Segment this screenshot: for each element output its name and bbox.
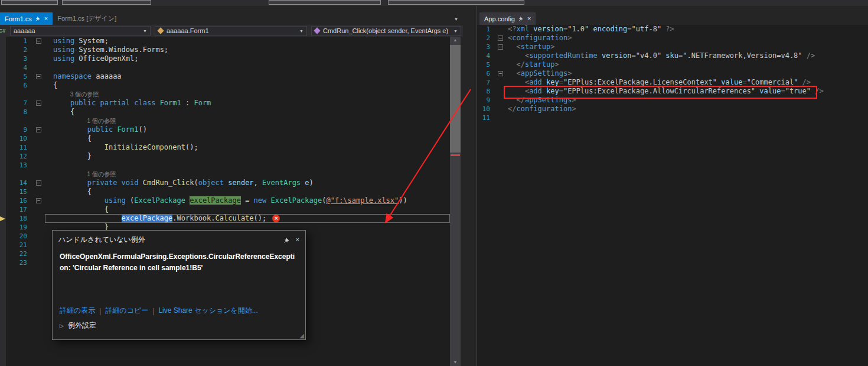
code-line[interactable]: 3− <startup>	[477, 43, 868, 51]
fold-collapse-icon[interactable]: −	[498, 71, 503, 76]
code-line[interactable]: 5 </startup>	[477, 60, 868, 69]
fold-collapse-icon[interactable]: −	[36, 74, 41, 79]
code-line[interactable]: 17 {	[6, 205, 450, 214]
code-line[interactable]: 9 </appSettings>	[477, 96, 868, 105]
pin-icon[interactable]	[518, 16, 524, 21]
code-line[interactable]: 11 InitializeComponent();	[6, 143, 450, 152]
code-line[interactable]: 4	[6, 63, 450, 72]
pane-splitter[interactable]	[461, 6, 477, 366]
code-text[interactable]: <supportedRuntime version="v4.0" sku=".N…	[505, 51, 868, 60]
code-line[interactable]: 8 {	[6, 108, 450, 116]
code-line[interactable]: 11	[477, 114, 868, 122]
code-text[interactable]: public partial class Form1 : Form	[45, 99, 450, 108]
tab-appconfig[interactable]: App.config ×	[479, 12, 536, 25]
code-line[interactable]: 8 <add key="EPPlus:ExcelPackage.AllowCir…	[477, 87, 868, 96]
code-text[interactable]: {	[45, 81, 450, 90]
code-text[interactable]: 1 個の参照	[45, 170, 450, 179]
code-text[interactable]: using System;	[45, 37, 450, 46]
exception-error-icon[interactable]: ×	[272, 215, 280, 222]
codelens-references[interactable]: 1 個の参照	[53, 116, 116, 125]
fold-toggle[interactable]: −	[495, 69, 505, 78]
fold-toggle[interactable]: −	[33, 196, 45, 205]
member-dropdown[interactable]: CmdRun_Click(object sender, EventArgs e)…	[311, 26, 461, 36]
fold-toggle[interactable]: −	[495, 43, 505, 51]
tab-form1cs-designer[interactable]: Form1.cs [デザイン]	[53, 12, 121, 25]
code-line[interactable]: 7− public partial class Form1 : Form	[6, 99, 450, 108]
code-line[interactable]: 6− <appSettings>	[477, 69, 868, 78]
code-line[interactable]: 2using System.Windows.Forms;	[6, 46, 450, 54]
codelens-row[interactable]: 1 個の参照	[6, 116, 450, 125]
code-text[interactable]: public Form1()	[45, 125, 450, 134]
project-dropdown[interactable]: aaaaaa ▼	[10, 26, 151, 36]
code-line[interactable]: 12 }	[6, 152, 450, 161]
code-text[interactable]: <startup>	[505, 43, 868, 51]
code-line[interactable]: 7 <add key="EPPlus:ExcelPackage.LicenseC…	[477, 78, 868, 87]
fold-collapse-icon[interactable]: −	[36, 127, 41, 132]
fold-toggle[interactable]: −	[33, 99, 45, 108]
code-line[interactable]: 9− public Form1()	[6, 125, 450, 134]
fold-collapse-icon[interactable]: −	[36, 101, 41, 106]
code-text[interactable]: excelPackage.Workbook.Calculate();×	[45, 214, 450, 223]
code-text[interactable]: <configuration>	[505, 34, 868, 43]
code-line[interactable]: 10 {	[6, 134, 450, 143]
code-line[interactable]: 16− using (ExcelPackage excelPackage = n…	[6, 196, 450, 205]
close-icon[interactable]: ×	[527, 15, 531, 22]
fold-collapse-icon[interactable]: −	[36, 180, 41, 186]
code-text[interactable]: </configuration>	[505, 105, 868, 114]
code-line[interactable]: 3using OfficeOpenXml;	[6, 54, 450, 63]
left-editor-scrollbar[interactable]: ▲ ▼	[450, 37, 461, 366]
code-text[interactable]: namespace aaaaaa	[45, 72, 450, 81]
fold-collapse-icon[interactable]: −	[36, 38, 41, 44]
fold-collapse-icon[interactable]: −	[498, 44, 503, 50]
code-text[interactable]: </startup>	[505, 60, 868, 69]
code-text[interactable]: using System.Windows.Forms;	[45, 46, 450, 54]
exception-settings-expander[interactable]: ▷ 例外設定	[60, 320, 96, 331]
fold-toggle[interactable]: −	[33, 37, 45, 46]
code-line[interactable]: 18 excelPackage.Workbook.Calculate();×	[6, 214, 450, 223]
code-text[interactable]: using OfficeOpenXml;	[45, 54, 450, 63]
code-text[interactable]: }	[45, 152, 450, 161]
pin-icon[interactable]	[35, 16, 41, 21]
code-line[interactable]: 10</configuration>	[477, 105, 868, 114]
code-line[interactable]: 14− private void CmdRun_Click(object sen…	[6, 179, 450, 187]
fold-collapse-icon[interactable]: −	[498, 35, 503, 41]
code-text[interactable]: {	[45, 108, 450, 116]
code-line[interactable]: 13	[6, 161, 450, 170]
code-text[interactable]: <add key="EPPlus:ExcelPackage.LicenseCon…	[505, 78, 868, 87]
scrollbar-thumb[interactable]	[450, 45, 461, 153]
code-text[interactable]: 1 個の参照	[45, 116, 450, 125]
code-text[interactable]: {	[45, 205, 450, 214]
scroll-up-icon[interactable]: ▲	[450, 37, 461, 44]
close-icon[interactable]: ×	[44, 15, 48, 22]
tab-form1cs[interactable]: Form1.cs ×	[0, 12, 53, 25]
codelens-references[interactable]: 3 個の参照	[53, 90, 99, 99]
code-text[interactable]: {	[45, 134, 450, 143]
code-line[interactable]: 4 <supportedRuntime version="v4.0" sku="…	[477, 51, 868, 60]
resize-grip-icon[interactable]: ◢	[299, 332, 304, 339]
code-line[interactable]: 2−<configuration>	[477, 34, 868, 43]
toolbar-control-fragment[interactable]	[269, 0, 381, 5]
code-text[interactable]: 3 個の参照	[45, 90, 450, 99]
code-text[interactable]: using (ExcelPackage excelPackage = new E…	[45, 196, 450, 205]
fold-toggle[interactable]: −	[495, 34, 505, 43]
code-text[interactable]: {	[45, 187, 450, 196]
code-text[interactable]: InitializeComponent();	[45, 143, 450, 152]
scroll-down-icon[interactable]: ▼	[450, 359, 461, 366]
code-text[interactable]	[45, 161, 450, 170]
code-text[interactable]	[45, 63, 450, 72]
code-text[interactable]: </appSettings>	[505, 96, 868, 105]
toolbar-control-fragment[interactable]	[1, 0, 58, 5]
code-text[interactable]	[505, 114, 868, 122]
codelens-row[interactable]: 3 個の参照	[6, 90, 450, 99]
code-line[interactable]: 6{	[6, 81, 450, 90]
link-copy-details[interactable]: 詳細のコピー	[105, 306, 148, 316]
code-line[interactable]: 1−using System;	[6, 37, 450, 46]
fold-toggle[interactable]: −	[33, 179, 45, 187]
close-icon[interactable]: ×	[296, 237, 299, 243]
link-start-live-share[interactable]: Live Share セッションを開始...	[158, 306, 257, 316]
toolbar-control-fragment[interactable]	[62, 0, 151, 5]
fold-toggle[interactable]: −	[33, 72, 45, 81]
fold-collapse-icon[interactable]: −	[36, 198, 41, 203]
code-editor-appconfig[interactable]: 1<?xml version="1.0" encoding="utf-8" ?>…	[477, 25, 868, 366]
code-text[interactable]: <?xml version="1.0" encoding="utf-8" ?>	[505, 25, 868, 34]
